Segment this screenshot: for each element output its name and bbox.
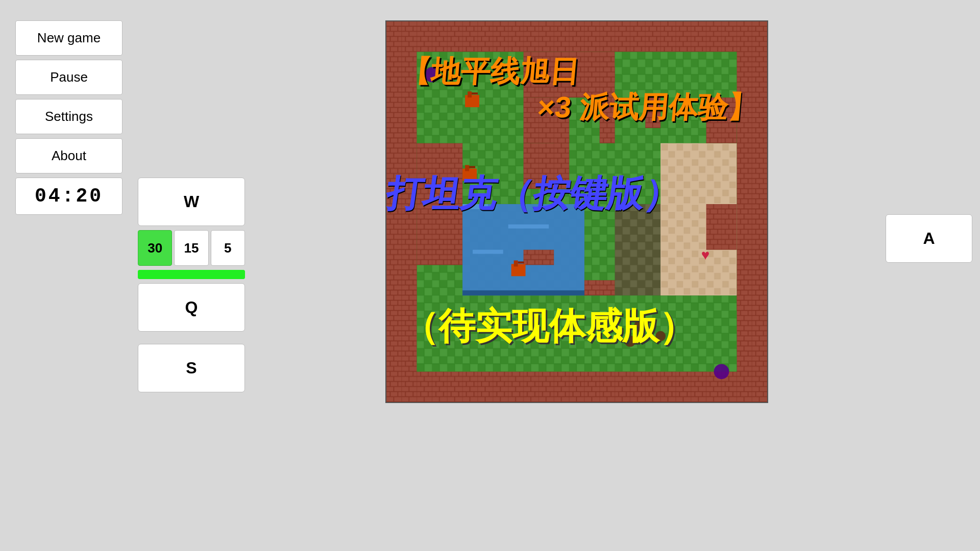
a-key-button[interactable]: A	[886, 214, 972, 263]
left-panel: New game Pause Settings About 04:20	[0, 0, 138, 215]
svg-text:♥: ♥	[701, 247, 710, 263]
svg-rect-28	[508, 224, 549, 229]
about-button[interactable]: About	[15, 138, 122, 173]
svg-rect-53	[511, 264, 526, 276]
overlay-line4: （待实现体感版）	[402, 302, 696, 351]
svg-rect-41	[584, 280, 615, 295]
game-canvas: ♥ 【地平线旭日 ×3 派试用体验】 打坦克（按键版） （待实现体感版）	[385, 20, 768, 403]
overlay-line3: 打坦克（按键版）	[385, 169, 684, 218]
svg-rect-40	[524, 250, 554, 265]
svg-rect-47	[465, 95, 479, 107]
controls-left: W 30 15 5 Q S	[138, 0, 276, 392]
svg-rect-30	[462, 290, 600, 295]
svg-rect-52	[469, 166, 475, 168]
hp-box-15: 15	[174, 230, 208, 266]
overlay-line2: ×3 派试用体验】	[535, 88, 758, 128]
svg-rect-55	[518, 261, 524, 263]
hp-bar-container	[138, 270, 245, 279]
hp-box-5: 5	[211, 230, 245, 266]
overlay-line1: 【地平线旭日	[400, 52, 581, 92]
svg-rect-54	[514, 260, 518, 266]
svg-rect-48	[468, 91, 472, 97]
s-key-button[interactable]: S	[138, 344, 245, 392]
game-area: ♥ 【地平线旭日 ×3 派试用体验】 打坦克（按键版） （待实现体感版）	[276, 0, 878, 403]
svg-point-46	[714, 364, 729, 379]
new-game-button[interactable]: New game	[15, 20, 122, 56]
hp-box-30: 30	[138, 230, 172, 266]
w-key-button[interactable]: W	[138, 178, 245, 226]
svg-rect-49	[472, 92, 478, 94]
hp-bar	[138, 270, 245, 279]
hp-row: 30 15 5	[138, 230, 245, 266]
svg-rect-29	[473, 250, 503, 254]
pause-button[interactable]: Pause	[15, 60, 122, 95]
q-key-button[interactable]: Q	[138, 283, 245, 332]
svg-rect-39	[706, 204, 737, 250]
settings-button[interactable]: Settings	[15, 99, 122, 134]
right-panel: A	[878, 0, 980, 263]
timer-display: 04:20	[15, 178, 122, 215]
